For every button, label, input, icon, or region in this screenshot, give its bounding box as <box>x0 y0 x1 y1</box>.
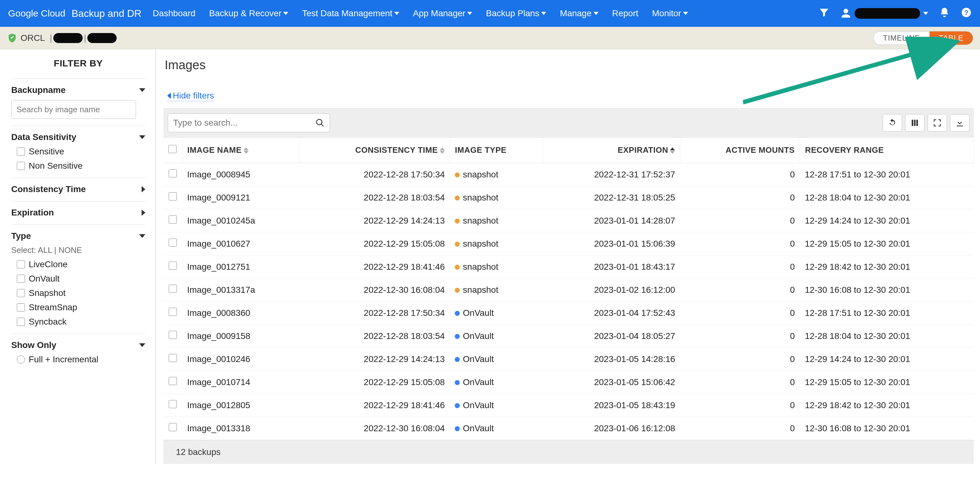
checkbox-input[interactable] <box>17 162 25 170</box>
checkbox-sensitive[interactable]: Sensitive <box>17 146 145 157</box>
filter-backupname-head[interactable]: Backupname <box>11 85 145 95</box>
table-row[interactable]: Image_00133182022-12-30 16:08:04OnVault2… <box>164 417 974 440</box>
filter-show-only-head[interactable]: Show Only <box>11 340 145 350</box>
col-image-name[interactable]: IMAGE NAME <box>182 138 300 163</box>
table-row[interactable]: Image_00083602022-12-28 17:50:34OnVault2… <box>164 302 974 324</box>
filter-expiration-head[interactable]: Expiration <box>11 208 145 218</box>
row-checkbox[interactable] <box>169 262 177 270</box>
filter-icon[interactable] <box>818 7 830 20</box>
user-icon <box>840 8 851 19</box>
nav-item[interactable]: Report <box>612 8 638 18</box>
cell-consistency-time: 2022-12-29 18:41:46 <box>300 255 450 278</box>
search-icon[interactable] <box>315 118 325 127</box>
col-recovery-range[interactable]: RECOVERY RANGE <box>800 138 974 163</box>
footer-count: 12 backups <box>176 447 221 457</box>
row-checkbox[interactable] <box>169 192 177 200</box>
download-button[interactable] <box>950 114 969 132</box>
cell-image-type: OnVault <box>450 394 543 417</box>
row-checkbox[interactable] <box>169 169 177 178</box>
nav-item-label: Test Data Management <box>302 8 392 18</box>
columns-button[interactable] <box>905 114 924 132</box>
col-expiration[interactable]: EXPIRATION <box>543 138 680 163</box>
filter-data-sensitivity-head[interactable]: Data Sensitivity <box>11 132 145 142</box>
table-row[interactable]: Image_0010245a2022-12-29 14:24:13snapsho… <box>164 209 974 232</box>
cell-expiration: 2023-01-05 18:43:19 <box>543 394 680 417</box>
row-checkbox[interactable] <box>169 308 177 316</box>
nav-item[interactable]: Backup Plans <box>486 8 546 18</box>
cell-expiration: 2022-12-31 17:52:37 <box>543 163 680 186</box>
table-row[interactable]: Image_00091582022-12-28 18:03:54OnVault2… <box>164 324 974 348</box>
table-search[interactable] <box>168 113 330 132</box>
row-checkbox[interactable] <box>169 354 177 362</box>
svg-text:?: ? <box>964 8 969 16</box>
row-checkbox[interactable] <box>169 423 177 431</box>
logo[interactable]: Google Cloud <box>8 8 65 19</box>
table-row[interactable]: Image_00089452022-12-28 17:50:34snapshot… <box>164 163 974 186</box>
checkbox-non-sensitive[interactable]: Non Sensitive <box>17 161 145 171</box>
nav-item[interactable]: Manage <box>560 8 598 18</box>
user-block[interactable] <box>840 8 928 19</box>
timeline-toggle-button[interactable]: TIMELINE <box>873 32 929 44</box>
row-checkbox[interactable] <box>169 238 177 247</box>
checkbox-input[interactable] <box>17 318 25 326</box>
row-checkbox[interactable] <box>169 331 177 339</box>
refresh-button[interactable] <box>883 114 902 132</box>
backupname-search-input[interactable] <box>11 100 136 119</box>
product-name[interactable]: Backup and DR <box>72 8 141 19</box>
cell-active-mounts: 0 <box>680 186 800 209</box>
filter-show-only: Show Only Full + Incremental <box>11 334 145 371</box>
filter-data-sensitivity-label: Data Sensitivity <box>11 132 76 142</box>
select-none-link[interactable]: NONE <box>59 245 82 255</box>
table-row[interactable]: Image_00102462022-12-29 14:24:13OnVault2… <box>164 348 974 371</box>
checkbox-snapshot[interactable]: Snapshot <box>17 288 145 298</box>
table-search-input[interactable] <box>173 118 315 128</box>
table-row[interactable]: Image_00127512022-12-29 18:41:46snapshot… <box>164 255 974 278</box>
table-row[interactable]: Image_00091212022-12-28 18:03:54snapshot… <box>164 186 974 209</box>
checkbox-input[interactable] <box>17 303 25 311</box>
nav-item[interactable]: Dashboard <box>153 8 196 18</box>
nav-item[interactable]: Test Data Management <box>302 8 399 18</box>
col-active-mounts[interactable]: ACTIVE MOUNTS <box>680 138 800 163</box>
nav-item[interactable]: App Manager <box>413 8 472 18</box>
cell-image-type: OnVault <box>450 417 543 440</box>
select-all-checkbox[interactable] <box>169 145 177 153</box>
checkbox-input[interactable] <box>17 275 25 283</box>
row-checkbox[interactable] <box>169 285 177 293</box>
fullscreen-button[interactable] <box>928 114 947 132</box>
top-nav: Google Cloud Backup and DR DashboardBack… <box>0 0 980 27</box>
table-toggle-button[interactable]: TABLE <box>929 32 973 44</box>
nav-item[interactable]: Backup & Recover <box>209 8 288 18</box>
row-checkbox[interactable] <box>169 400 177 408</box>
table-row[interactable]: Image_0013317a2022-12-30 16:08:04snapsho… <box>164 278 974 302</box>
checkbox-input[interactable] <box>17 261 25 268</box>
radio-full-incremental[interactable]: Full + Incremental <box>17 354 145 364</box>
checkbox-streamsnap[interactable]: StreamSnap <box>17 302 145 313</box>
filter-type-head[interactable]: Type <box>11 231 145 241</box>
checkbox-input[interactable] <box>17 148 25 156</box>
filter-consistency-time-head[interactable]: Consistency Time <box>11 184 145 194</box>
nav-item[interactable]: Monitor <box>652 8 688 18</box>
cell-active-mounts: 0 <box>680 255 800 278</box>
row-checkbox[interactable] <box>169 377 177 385</box>
row-checkbox[interactable] <box>169 216 177 224</box>
status-dot-icon <box>455 219 460 224</box>
table-row[interactable]: Image_00106272022-12-29 15:05:08snapshot… <box>164 232 974 255</box>
table-row[interactable]: Image_00107142022-12-29 15:05:08OnVault2… <box>164 371 974 394</box>
help-icon[interactable]: ? <box>961 7 972 20</box>
select-all-link[interactable]: ALL <box>38 245 52 255</box>
col-consistency-time[interactable]: CONSISTENCY TIME <box>300 138 450 163</box>
table-toolbar <box>164 108 974 138</box>
filter-data-sensitivity: Data Sensitivity Sensitive Non Sensitive <box>11 126 145 178</box>
checkbox-onvault[interactable]: OnVault <box>17 274 145 284</box>
nav-item-label: Manage <box>560 8 591 18</box>
table-row[interactable]: Image_00128052022-12-29 18:41:46OnVault2… <box>164 394 974 417</box>
radio-input[interactable] <box>17 356 25 364</box>
hide-filters-link[interactable]: Hide filters <box>167 91 214 101</box>
col-image-type[interactable]: IMAGE TYPE <box>450 138 543 163</box>
bell-icon[interactable] <box>939 7 950 20</box>
checkbox-syncback[interactable]: Syncback <box>17 317 145 327</box>
cell-expiration: 2023-01-01 15:06:39 <box>543 232 680 255</box>
cell-active-mounts: 0 <box>680 348 800 371</box>
checkbox-liveclone[interactable]: LiveClone <box>17 259 145 269</box>
checkbox-input[interactable] <box>17 289 25 297</box>
